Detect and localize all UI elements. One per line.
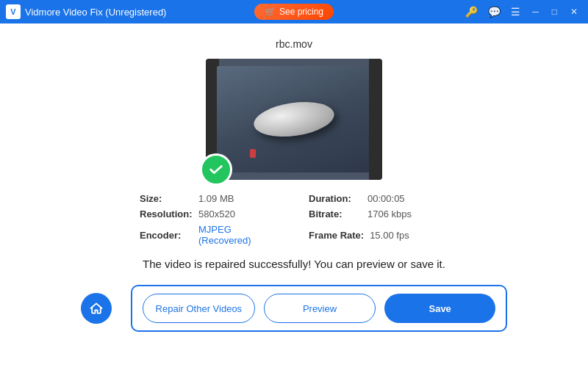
info-row-size: Size: 1.09 MB (140, 193, 279, 204)
duration-value: 00:00:05 (368, 193, 405, 204)
red-pin-marker (250, 149, 256, 158)
menu-icon-button[interactable]: ☰ (508, 4, 523, 19)
titlebar-right: 🔑 💬 ☰ ─ □ ✕ (462, 4, 582, 19)
resolution-label: Resolution: (140, 208, 193, 219)
preview-button[interactable]: Preview (264, 294, 376, 323)
titlebar-center: 🛒 See pricing (254, 4, 334, 20)
info-row-resolution: Resolution: 580x520 (140, 208, 279, 219)
see-pricing-button[interactable]: 🛒 See pricing (254, 4, 334, 20)
encoder-label: Encoder: (140, 230, 193, 241)
framerate-value: 15.00 fps (370, 230, 409, 241)
3d-shape (251, 98, 336, 142)
video-thumbnail-container (206, 59, 382, 180)
info-row-encoder: Encoder: MJPEG (Recovered) (140, 224, 279, 246)
resolution-value: 580x520 (198, 208, 235, 219)
maximize-button[interactable]: □ (548, 5, 562, 18)
repair-other-videos-button[interactable]: Repair Other Videos (143, 294, 255, 323)
bitrate-value: 1706 kbps (368, 208, 412, 219)
titlebar: V Vidmore Video Fix (Unregistered) 🛒 See… (0, 0, 588, 23)
video-thumbnail (206, 59, 382, 180)
cart-icon: 🛒 (265, 7, 276, 17)
info-row-duration: Duration: 00:00:05 (309, 193, 448, 204)
app-title: Vidmore Video Fix (Unregistered) (25, 7, 166, 18)
size-value: 1.09 MB (198, 193, 234, 204)
home-icon (89, 301, 104, 316)
info-row-framerate: Frame Rate: 15.00 fps (309, 224, 448, 246)
minimize-button[interactable]: ─ (528, 5, 543, 18)
duration-label: Duration: (309, 193, 362, 204)
bottom-action-row: Repair Other Videos Preview Save (81, 285, 507, 332)
framerate-label: Frame Rate: (309, 230, 364, 241)
main-content: rbc.mov Size: 1.09 MB Duration: 00:00:05 (0, 23, 588, 381)
encoder-value: MJPEG (Recovered) (198, 224, 279, 246)
success-badge (200, 153, 232, 186)
action-buttons-box: Repair Other Videos Preview Save (131, 285, 507, 332)
home-button[interactable] (81, 293, 112, 324)
success-message: The video is repaired successfully! You … (143, 258, 445, 270)
close-button[interactable]: ✕ (566, 5, 582, 18)
chat-icon-button[interactable]: 💬 (485, 4, 503, 19)
save-button[interactable]: Save (384, 294, 495, 323)
key-icon-button[interactable]: 🔑 (462, 4, 481, 19)
size-label: Size: (140, 193, 193, 204)
video-filename: rbc.mov (276, 38, 312, 50)
video-right-bar (369, 59, 382, 180)
see-pricing-label: See pricing (279, 7, 323, 17)
video-thumb-inner (217, 66, 371, 173)
app-icon: V (6, 4, 21, 19)
info-row-bitrate: Bitrate: 1706 kbps (309, 208, 448, 219)
check-icon (208, 162, 224, 178)
bitrate-label: Bitrate: (309, 208, 362, 219)
video-info-grid: Size: 1.09 MB Duration: 00:00:05 Resolut… (140, 193, 448, 246)
titlebar-left: V Vidmore Video Fix (Unregistered) (6, 4, 166, 19)
